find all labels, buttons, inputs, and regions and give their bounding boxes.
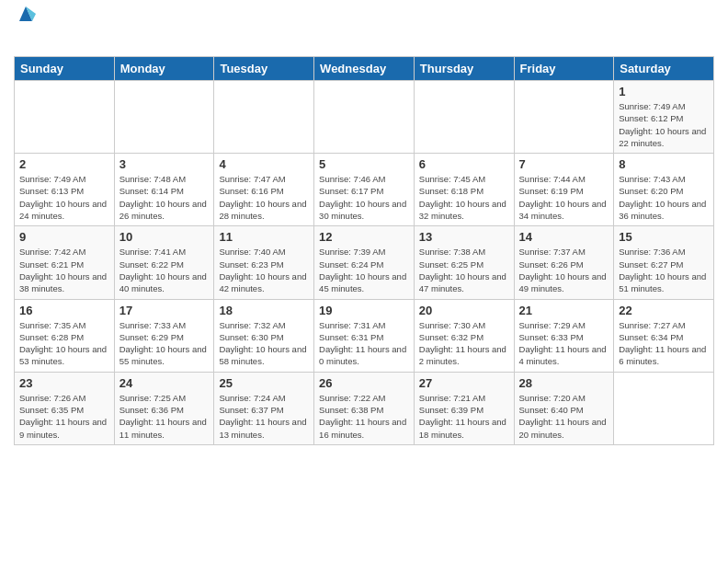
table-row: 2Sunrise: 7:49 AM Sunset: 6:13 PM Daylig… bbox=[15, 154, 115, 226]
table-row: 18Sunrise: 7:32 AM Sunset: 6:30 PM Dayli… bbox=[214, 299, 314, 372]
table-row: 6Sunrise: 7:45 AM Sunset: 6:18 PM Daylig… bbox=[414, 154, 514, 226]
table-row: 12Sunrise: 7:39 AM Sunset: 6:24 PM Dayli… bbox=[314, 226, 415, 299]
day-number: 17 bbox=[119, 304, 210, 317]
day-info: Sunrise: 7:27 AM Sunset: 6:34 PM Dayligh… bbox=[619, 319, 709, 368]
header-tuesday: Tuesday bbox=[214, 57, 314, 81]
header bbox=[14, 9, 714, 52]
day-info: Sunrise: 7:24 AM Sunset: 6:37 PM Dayligh… bbox=[219, 392, 309, 441]
table-row: 1Sunrise: 7:49 AM Sunset: 6:12 PM Daylig… bbox=[614, 81, 714, 154]
logo bbox=[14, 9, 16, 52]
table-row bbox=[114, 81, 214, 154]
table-row: 16Sunrise: 7:35 AM Sunset: 6:28 PM Dayli… bbox=[15, 299, 115, 372]
calendar-week-row: 9Sunrise: 7:42 AM Sunset: 6:21 PM Daylig… bbox=[15, 226, 714, 299]
day-info: Sunrise: 7:35 AM Sunset: 6:28 PM Dayligh… bbox=[19, 319, 109, 368]
table-row: 22Sunrise: 7:27 AM Sunset: 6:34 PM Dayli… bbox=[614, 299, 714, 372]
day-number: 11 bbox=[219, 230, 309, 244]
header-monday: Monday bbox=[114, 57, 214, 81]
day-info: Sunrise: 7:44 AM Sunset: 6:19 PM Dayligh… bbox=[519, 173, 609, 222]
calendar-table: Sunday Monday Tuesday Wednesday Thursday… bbox=[14, 56, 714, 445]
day-number: 19 bbox=[319, 304, 409, 317]
table-row: 10Sunrise: 7:41 AM Sunset: 6:22 PM Dayli… bbox=[114, 226, 214, 299]
header-friday: Friday bbox=[514, 57, 614, 81]
day-number: 6 bbox=[419, 157, 509, 171]
table-row: 27Sunrise: 7:21 AM Sunset: 6:39 PM Dayli… bbox=[414, 372, 514, 444]
day-info: Sunrise: 7:36 AM Sunset: 6:27 PM Dayligh… bbox=[619, 246, 709, 294]
table-row: 11Sunrise: 7:40 AM Sunset: 6:23 PM Dayli… bbox=[214, 226, 314, 299]
day-number: 5 bbox=[319, 157, 409, 171]
table-row: 19Sunrise: 7:31 AM Sunset: 6:31 PM Dayli… bbox=[314, 299, 415, 372]
day-number: 8 bbox=[619, 157, 709, 171]
day-number: 16 bbox=[19, 304, 109, 317]
day-number: 26 bbox=[319, 376, 409, 390]
day-number: 28 bbox=[519, 376, 609, 390]
day-info: Sunrise: 7:20 AM Sunset: 6:40 PM Dayligh… bbox=[519, 392, 609, 441]
table-row: 4Sunrise: 7:47 AM Sunset: 6:16 PM Daylig… bbox=[214, 154, 314, 226]
day-info: Sunrise: 7:30 AM Sunset: 6:32 PM Dayligh… bbox=[419, 319, 509, 368]
table-row: 25Sunrise: 7:24 AM Sunset: 6:37 PM Dayli… bbox=[214, 372, 314, 444]
day-number: 9 bbox=[19, 230, 109, 244]
day-number: 2 bbox=[19, 157, 109, 171]
day-info: Sunrise: 7:25 AM Sunset: 6:36 PM Dayligh… bbox=[119, 392, 210, 441]
day-info: Sunrise: 7:31 AM Sunset: 6:31 PM Dayligh… bbox=[319, 319, 409, 368]
table-row: 14Sunrise: 7:37 AM Sunset: 6:26 PM Dayli… bbox=[514, 226, 614, 299]
day-number: 13 bbox=[419, 230, 509, 244]
table-row bbox=[214, 81, 314, 154]
day-number: 22 bbox=[619, 304, 709, 317]
table-row: 8Sunrise: 7:43 AM Sunset: 6:20 PM Daylig… bbox=[614, 154, 714, 226]
day-info: Sunrise: 7:22 AM Sunset: 6:38 PM Dayligh… bbox=[319, 392, 409, 441]
table-row: 28Sunrise: 7:20 AM Sunset: 6:40 PM Dayli… bbox=[514, 372, 614, 444]
day-number: 20 bbox=[419, 304, 509, 317]
header-saturday: Saturday bbox=[614, 57, 714, 81]
table-row: 13Sunrise: 7:38 AM Sunset: 6:25 PM Dayli… bbox=[414, 226, 514, 299]
table-row: 7Sunrise: 7:44 AM Sunset: 6:19 PM Daylig… bbox=[514, 154, 614, 226]
day-info: Sunrise: 7:46 AM Sunset: 6:17 PM Dayligh… bbox=[319, 173, 409, 222]
day-info: Sunrise: 7:37 AM Sunset: 6:26 PM Dayligh… bbox=[519, 246, 609, 294]
logo-icon bbox=[16, 5, 36, 25]
day-number: 3 bbox=[119, 157, 210, 171]
day-info: Sunrise: 7:43 AM Sunset: 6:20 PM Dayligh… bbox=[619, 173, 709, 222]
table-row bbox=[514, 81, 614, 154]
table-row: 20Sunrise: 7:30 AM Sunset: 6:32 PM Dayli… bbox=[414, 299, 514, 372]
day-number: 23 bbox=[19, 376, 109, 390]
day-number: 12 bbox=[319, 230, 409, 244]
day-number: 27 bbox=[419, 376, 509, 390]
header-thursday: Thursday bbox=[414, 57, 514, 81]
day-info: Sunrise: 7:26 AM Sunset: 6:35 PM Dayligh… bbox=[19, 392, 109, 441]
table-row bbox=[314, 81, 415, 154]
day-number: 1 bbox=[619, 85, 709, 98]
table-row bbox=[614, 372, 714, 444]
day-info: Sunrise: 7:48 AM Sunset: 6:14 PM Dayligh… bbox=[119, 173, 210, 222]
table-row: 3Sunrise: 7:48 AM Sunset: 6:14 PM Daylig… bbox=[114, 154, 214, 226]
day-info: Sunrise: 7:49 AM Sunset: 6:13 PM Dayligh… bbox=[19, 173, 109, 222]
day-info: Sunrise: 7:39 AM Sunset: 6:24 PM Dayligh… bbox=[319, 246, 409, 294]
table-row: 21Sunrise: 7:29 AM Sunset: 6:33 PM Dayli… bbox=[514, 299, 614, 372]
day-info: Sunrise: 7:38 AM Sunset: 6:25 PM Dayligh… bbox=[419, 246, 509, 294]
day-info: Sunrise: 7:21 AM Sunset: 6:39 PM Dayligh… bbox=[419, 392, 509, 441]
table-row: 26Sunrise: 7:22 AM Sunset: 6:38 PM Dayli… bbox=[314, 372, 415, 444]
table-row: 23Sunrise: 7:26 AM Sunset: 6:35 PM Dayli… bbox=[15, 372, 115, 444]
page-container: Sunday Monday Tuesday Wednesday Thursday… bbox=[0, 0, 728, 454]
calendar-week-row: 16Sunrise: 7:35 AM Sunset: 6:28 PM Dayli… bbox=[15, 299, 714, 372]
day-info: Sunrise: 7:32 AM Sunset: 6:30 PM Dayligh… bbox=[219, 319, 309, 368]
day-number: 14 bbox=[519, 230, 609, 244]
day-number: 10 bbox=[119, 230, 210, 244]
day-info: Sunrise: 7:45 AM Sunset: 6:18 PM Dayligh… bbox=[419, 173, 509, 222]
table-row: 24Sunrise: 7:25 AM Sunset: 6:36 PM Dayli… bbox=[114, 372, 214, 444]
table-row bbox=[414, 81, 514, 154]
table-row: 9Sunrise: 7:42 AM Sunset: 6:21 PM Daylig… bbox=[15, 226, 115, 299]
calendar-week-row: 23Sunrise: 7:26 AM Sunset: 6:35 PM Dayli… bbox=[15, 372, 714, 444]
day-info: Sunrise: 7:41 AM Sunset: 6:22 PM Dayligh… bbox=[119, 246, 210, 294]
calendar-week-row: 1Sunrise: 7:49 AM Sunset: 6:12 PM Daylig… bbox=[15, 81, 714, 154]
day-info: Sunrise: 7:40 AM Sunset: 6:23 PM Dayligh… bbox=[219, 246, 309, 294]
table-row bbox=[15, 81, 115, 154]
day-number: 25 bbox=[219, 376, 309, 390]
table-row: 15Sunrise: 7:36 AM Sunset: 6:27 PM Dayli… bbox=[614, 226, 714, 299]
day-info: Sunrise: 7:49 AM Sunset: 6:12 PM Dayligh… bbox=[619, 100, 709, 149]
day-info: Sunrise: 7:29 AM Sunset: 6:33 PM Dayligh… bbox=[519, 319, 609, 368]
table-row: 17Sunrise: 7:33 AM Sunset: 6:29 PM Dayli… bbox=[114, 299, 214, 372]
header-wednesday: Wednesday bbox=[314, 57, 415, 81]
day-number: 4 bbox=[219, 157, 309, 171]
day-number: 15 bbox=[619, 230, 709, 244]
day-info: Sunrise: 7:33 AM Sunset: 6:29 PM Dayligh… bbox=[119, 319, 210, 368]
day-number: 21 bbox=[519, 304, 609, 317]
